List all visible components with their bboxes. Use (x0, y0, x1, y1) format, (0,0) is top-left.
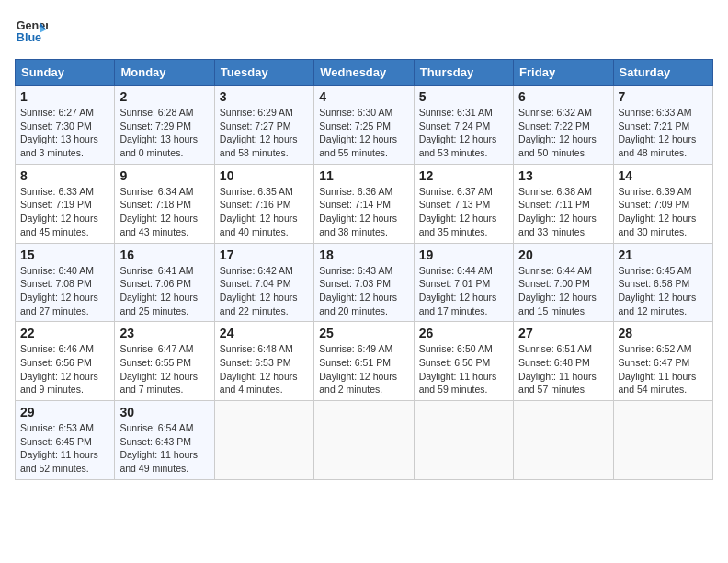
day-number: 28 (619, 326, 708, 340)
day-detail: Sunrise: 6:51 AMSunset: 6:48 PMDaylight:… (518, 342, 608, 396)
day-number: 22 (20, 326, 109, 340)
day-number: 3 (220, 89, 309, 104)
day-detail: Sunrise: 6:53 AMSunset: 6:45 PMDaylight:… (20, 421, 109, 476)
day-cell: 1Sunrise: 6:27 AMSunset: 7:30 PMDaylight… (16, 86, 115, 165)
day-detail: Sunrise: 6:35 AMSunset: 7:16 PMDaylight:… (220, 185, 309, 239)
col-header-sunday: Sunday (16, 60, 115, 86)
col-header-friday: Friday (514, 60, 613, 86)
page-header: General Blue (15, 15, 713, 48)
day-cell (414, 401, 513, 480)
day-cell: 20Sunrise: 6:44 AMSunset: 7:00 PMDayligh… (514, 243, 613, 322)
day-number: 26 (419, 326, 508, 340)
day-number: 7 (619, 89, 708, 104)
day-cell: 22Sunrise: 6:46 AMSunset: 6:56 PMDayligh… (16, 322, 115, 401)
day-cell: 26Sunrise: 6:50 AMSunset: 6:50 PMDayligh… (414, 322, 513, 401)
day-detail: Sunrise: 6:31 AMSunset: 7:24 PMDaylight:… (419, 106, 508, 160)
calendar-header: SundayMondayTuesdayWednesdayThursdayFrid… (16, 60, 713, 86)
day-detail: Sunrise: 6:37 AMSunset: 7:13 PMDaylight:… (419, 185, 508, 239)
day-number: 27 (518, 326, 608, 340)
day-number: 9 (119, 168, 209, 183)
day-number: 30 (119, 405, 209, 419)
col-header-thursday: Thursday (414, 60, 513, 86)
day-number: 4 (319, 89, 408, 104)
week-row-3: 15Sunrise: 6:40 AMSunset: 7:08 PMDayligh… (16, 243, 713, 322)
day-cell: 7Sunrise: 6:33 AMSunset: 7:21 PMDaylight… (613, 86, 712, 165)
day-detail: Sunrise: 6:28 AMSunset: 7:29 PMDaylight:… (119, 106, 209, 160)
day-number: 12 (419, 168, 508, 183)
day-cell: 8Sunrise: 6:33 AMSunset: 7:19 PMDaylight… (16, 164, 115, 243)
day-number: 14 (619, 168, 708, 183)
day-number: 5 (419, 89, 508, 104)
day-cell (613, 401, 712, 480)
day-cell: 15Sunrise: 6:40 AMSunset: 7:08 PMDayligh… (16, 243, 115, 322)
day-detail: Sunrise: 6:39 AMSunset: 7:09 PMDaylight:… (619, 185, 708, 239)
day-cell: 19Sunrise: 6:44 AMSunset: 7:01 PMDayligh… (414, 243, 513, 322)
day-number: 8 (20, 168, 109, 183)
day-cell (314, 401, 414, 480)
day-cell: 28Sunrise: 6:52 AMSunset: 6:47 PMDayligh… (613, 322, 712, 401)
day-detail: Sunrise: 6:50 AMSunset: 6:50 PMDaylight:… (419, 342, 508, 396)
day-cell: 5Sunrise: 6:31 AMSunset: 7:24 PMDaylight… (414, 86, 513, 165)
day-cell: 6Sunrise: 6:32 AMSunset: 7:22 PMDaylight… (514, 86, 613, 165)
calendar-body: 1Sunrise: 6:27 AMSunset: 7:30 PMDaylight… (16, 86, 713, 480)
day-detail: Sunrise: 6:45 AMSunset: 6:58 PMDaylight:… (619, 264, 708, 318)
day-cell: 10Sunrise: 6:35 AMSunset: 7:16 PMDayligh… (214, 164, 313, 243)
day-cell: 9Sunrise: 6:34 AMSunset: 7:18 PMDaylight… (115, 164, 214, 243)
day-number: 29 (20, 405, 109, 419)
day-detail: Sunrise: 6:30 AMSunset: 7:25 PMDaylight:… (319, 106, 408, 160)
day-cell: 4Sunrise: 6:30 AMSunset: 7:25 PMDaylight… (314, 86, 414, 165)
week-row-4: 22Sunrise: 6:46 AMSunset: 6:56 PMDayligh… (16, 322, 713, 401)
day-detail: Sunrise: 6:42 AMSunset: 7:04 PMDaylight:… (220, 264, 309, 318)
logo: General Blue (15, 15, 48, 48)
day-number: 1 (20, 89, 109, 104)
day-cell (514, 401, 613, 480)
day-number: 2 (119, 89, 209, 104)
day-number: 18 (319, 247, 408, 262)
day-number: 16 (119, 247, 209, 262)
day-detail: Sunrise: 6:43 AMSunset: 7:03 PMDaylight:… (319, 264, 408, 318)
day-cell: 14Sunrise: 6:39 AMSunset: 7:09 PMDayligh… (613, 164, 712, 243)
day-cell: 24Sunrise: 6:48 AMSunset: 6:53 PMDayligh… (214, 322, 313, 401)
day-number: 17 (220, 247, 309, 262)
day-detail: Sunrise: 6:33 AMSunset: 7:19 PMDaylight:… (20, 185, 109, 239)
day-cell: 13Sunrise: 6:38 AMSunset: 7:11 PMDayligh… (514, 164, 613, 243)
day-number: 24 (220, 326, 309, 340)
week-row-2: 8Sunrise: 6:33 AMSunset: 7:19 PMDaylight… (16, 164, 713, 243)
day-cell: 29Sunrise: 6:53 AMSunset: 6:45 PMDayligh… (16, 401, 115, 480)
day-cell: 2Sunrise: 6:28 AMSunset: 7:29 PMDaylight… (115, 86, 214, 165)
week-row-5: 29Sunrise: 6:53 AMSunset: 6:45 PMDayligh… (16, 401, 713, 480)
day-number: 11 (319, 168, 408, 183)
day-cell: 12Sunrise: 6:37 AMSunset: 7:13 PMDayligh… (414, 164, 513, 243)
day-cell (214, 401, 313, 480)
day-number: 25 (319, 326, 408, 340)
col-header-saturday: Saturday (613, 60, 712, 86)
day-cell: 21Sunrise: 6:45 AMSunset: 6:58 PMDayligh… (613, 243, 712, 322)
day-cell: 18Sunrise: 6:43 AMSunset: 7:03 PMDayligh… (314, 243, 414, 322)
day-number: 23 (119, 326, 209, 340)
day-detail: Sunrise: 6:36 AMSunset: 7:14 PMDaylight:… (319, 185, 408, 239)
header-row: SundayMondayTuesdayWednesdayThursdayFrid… (16, 60, 713, 86)
day-detail: Sunrise: 6:44 AMSunset: 7:01 PMDaylight:… (419, 264, 508, 318)
day-cell: 17Sunrise: 6:42 AMSunset: 7:04 PMDayligh… (214, 243, 313, 322)
day-detail: Sunrise: 6:27 AMSunset: 7:30 PMDaylight:… (20, 106, 109, 160)
day-cell: 25Sunrise: 6:49 AMSunset: 6:51 PMDayligh… (314, 322, 414, 401)
day-number: 6 (518, 89, 608, 104)
day-cell: 3Sunrise: 6:29 AMSunset: 7:27 PMDaylight… (214, 86, 313, 165)
day-number: 20 (518, 247, 608, 262)
day-detail: Sunrise: 6:52 AMSunset: 6:47 PMDaylight:… (619, 342, 708, 396)
day-detail: Sunrise: 6:33 AMSunset: 7:21 PMDaylight:… (619, 106, 708, 160)
col-header-monday: Monday (115, 60, 214, 86)
day-detail: Sunrise: 6:54 AMSunset: 6:43 PMDaylight:… (119, 421, 209, 476)
day-detail: Sunrise: 6:41 AMSunset: 7:06 PMDaylight:… (119, 264, 209, 318)
calendar-table: SundayMondayTuesdayWednesdayThursdayFrid… (15, 59, 713, 480)
day-detail: Sunrise: 6:44 AMSunset: 7:00 PMDaylight:… (518, 264, 608, 318)
day-detail: Sunrise: 6:46 AMSunset: 6:56 PMDaylight:… (20, 342, 109, 396)
svg-text:Blue: Blue (17, 31, 41, 44)
day-detail: Sunrise: 6:38 AMSunset: 7:11 PMDaylight:… (518, 185, 608, 239)
col-header-wednesday: Wednesday (314, 60, 414, 86)
day-detail: Sunrise: 6:47 AMSunset: 6:55 PMDaylight:… (119, 342, 209, 396)
logo-icon: General Blue (15, 15, 48, 48)
day-detail: Sunrise: 6:49 AMSunset: 6:51 PMDaylight:… (319, 342, 408, 396)
day-number: 13 (518, 168, 608, 183)
day-number: 21 (619, 247, 708, 262)
